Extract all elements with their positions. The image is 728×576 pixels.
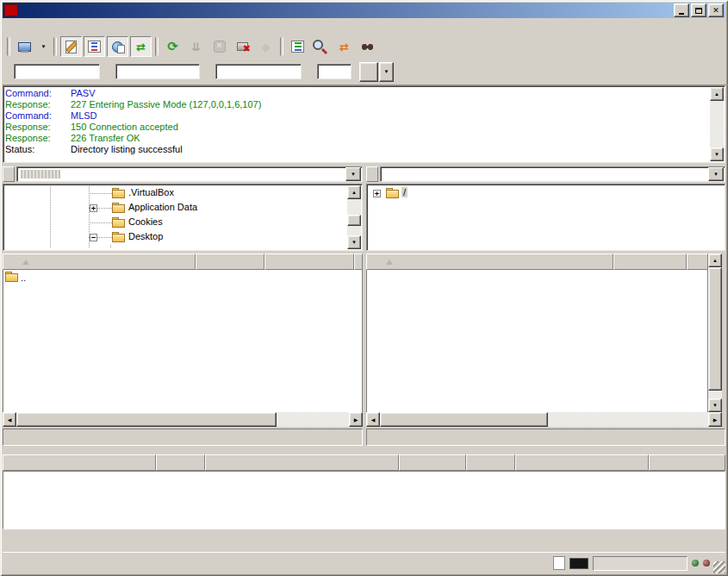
- toggle-local-tree[interactable]: [84, 36, 105, 57]
- menu-server[interactable]: [65, 25, 80, 28]
- local-file-list[interactable]: ..: [3, 270, 363, 412]
- column-filesize[interactable]: [196, 254, 264, 270]
- menu-file[interactable]: [3, 25, 18, 28]
- file-icon: [5, 272, 19, 283]
- local-tree-item[interactable]: Desktop: [5, 230, 360, 245]
- local-list-hscrollbar[interactable]: ◀ ▶: [3, 412, 363, 427]
- scroll-down-icon[interactable]: ▼: [708, 398, 722, 412]
- quickconnect-button[interactable]: [359, 62, 378, 82]
- column-filename[interactable]: [366, 254, 613, 270]
- queue-status: [593, 556, 688, 571]
- scroll-up-icon[interactable]: ▲: [710, 87, 724, 101]
- reconnect[interactable]: [255, 36, 277, 57]
- chevron-down-icon[interactable]: ▼: [708, 167, 724, 181]
- column-filename[interactable]: [3, 254, 196, 270]
- tree-expander-icon[interactable]: [373, 190, 381, 197]
- disconnect[interactable]: [232, 36, 253, 57]
- close-button[interactable]: [708, 3, 724, 17]
- directory-comparison[interactable]: [310, 36, 332, 57]
- scroll-up-icon[interactable]: ▲: [347, 185, 361, 199]
- maximize-button[interactable]: [691, 3, 706, 17]
- minimize-button[interactable]: [674, 3, 689, 17]
- refresh[interactable]: [162, 36, 184, 57]
- synchronized-browsing[interactable]: [333, 36, 355, 57]
- remote-site-bar: ▼: [366, 166, 725, 183]
- remote-list-hscrollbar[interactable]: ◀ ▶: [366, 412, 722, 427]
- site-manager-icon[interactable]: [14, 36, 35, 57]
- port-input[interactable]: [317, 64, 352, 79]
- local-tree-scrollbar[interactable]: ▲ ▼: [347, 185, 361, 249]
- datatype-indicator-icon: [553, 556, 565, 570]
- site-manager-dropdown[interactable]: [37, 36, 50, 57]
- scroll-up-icon[interactable]: ▲: [708, 254, 722, 267]
- find-files[interactable]: [357, 36, 378, 57]
- column-filesize[interactable]: [613, 254, 687, 270]
- toolbar-button[interactable]: [53, 37, 57, 56]
- redacted-username: [21, 170, 60, 178]
- scroll-thumb[interactable]: [347, 215, 361, 226]
- password-input[interactable]: [215, 64, 302, 79]
- remote-tree-item[interactable]: /: [369, 186, 723, 201]
- toggle-message-log[interactable]: [60, 36, 82, 57]
- toggle-transfer-queue[interactable]: [130, 36, 152, 57]
- menu-edit[interactable]: [18, 25, 34, 28]
- local-site-bar: ▼: [3, 166, 363, 183]
- chevron-down-icon[interactable]: ▼: [345, 167, 361, 181]
- status-bar: [3, 552, 725, 573]
- folder-icon: [386, 188, 400, 199]
- scroll-right-icon[interactable]: ▶: [349, 412, 363, 427]
- scroll-thumb[interactable]: [708, 267, 722, 391]
- scroll-left-icon[interactable]: ◀: [366, 412, 380, 427]
- quickconnect-dropdown[interactable]: ▼: [379, 62, 394, 82]
- column-last-modified[interactable]: [354, 254, 363, 270]
- cancel-operation[interactable]: [208, 36, 230, 57]
- column-server-local-file[interactable]: [3, 454, 156, 471]
- local-tree-item[interactable]: Cookies: [5, 216, 360, 230]
- menu-view[interactable]: [34, 25, 49, 28]
- remote-site-combo[interactable]: ▼: [380, 166, 725, 182]
- toolbar-button[interactable]: [280, 37, 283, 56]
- column-priority[interactable]: [466, 454, 515, 471]
- toggle-remote-tree[interactable]: [107, 36, 128, 57]
- column-filler: [687, 254, 708, 270]
- process-queue[interactable]: [185, 36, 207, 57]
- quickconnect-bar: ▼: [3, 59, 728, 85]
- scroll-left-icon[interactable]: ◀: [3, 412, 16, 427]
- local-status-bar: [3, 429, 363, 446]
- column-filetype[interactable]: [264, 254, 354, 270]
- scroll-thumb[interactable]: [380, 412, 548, 427]
- remote-site-label: [366, 166, 378, 182]
- host-input[interactable]: [14, 64, 100, 79]
- remote-list-vscrollbar[interactable]: ▲ ▼: [708, 254, 722, 412]
- toolbar-button[interactable]: [7, 37, 10, 56]
- log-scrollbar[interactable]: ▲ ▼: [710, 87, 724, 161]
- menu-help[interactable]: [96, 25, 111, 28]
- remote-file-list[interactable]: [366, 270, 708, 412]
- folder-icon: [112, 188, 126, 199]
- log-line: Response: 226 Transfer OK: [5, 133, 708, 144]
- resize-grip[interactable]: [713, 561, 725, 573]
- column-direction[interactable]: [156, 454, 205, 471]
- scroll-right-icon[interactable]: ▶: [708, 412, 722, 427]
- filter[interactable]: [287, 36, 308, 57]
- column-size[interactable]: [399, 454, 466, 471]
- folder-icon: [112, 217, 126, 229]
- column-filler: [649, 454, 725, 471]
- menu-transfer[interactable]: [49, 25, 65, 28]
- menu-bookmarks[interactable]: [80, 25, 96, 28]
- column-remote-file[interactable]: [205, 454, 399, 471]
- scroll-down-icon[interactable]: ▼: [710, 147, 724, 161]
- column-status[interactable]: [515, 454, 649, 471]
- tree-expander-icon[interactable]: [90, 234, 97, 241]
- scroll-thumb[interactable]: [16, 412, 277, 427]
- username-input[interactable]: [115, 64, 200, 79]
- local-site-combo[interactable]: ▼: [16, 166, 363, 182]
- local-tree-item[interactable]: .VirtualBox: [5, 186, 360, 201]
- queue-body[interactable]: [3, 471, 725, 529]
- filezilla-window: ▼ Command: PASV Response: 227 Entering P…: [0, 0, 728, 576]
- ..[interactable]: ..: [3, 270, 362, 285]
- local-tree-item[interactable]: Application Data: [5, 201, 360, 216]
- toolbar-button[interactable]: [155, 37, 159, 56]
- scroll-down-icon[interactable]: ▼: [347, 235, 361, 249]
- tree-expander-icon[interactable]: [90, 204, 97, 212]
